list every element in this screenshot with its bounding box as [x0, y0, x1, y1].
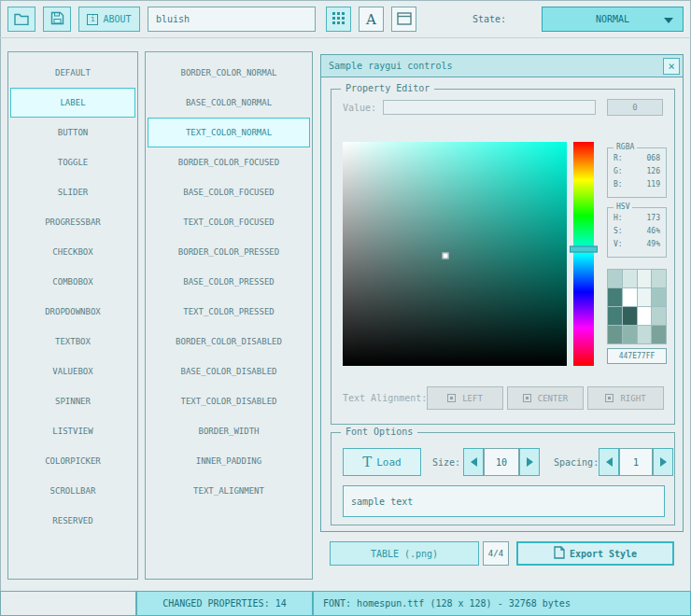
size-increment-button[interactable]: [519, 448, 540, 476]
export-table-button[interactable]: TABLE (.png): [330, 541, 479, 566]
spacing-increment-button[interactable]: [653, 448, 673, 476]
properties-list-item[interactable]: BORDER_COLOR_PRESSED: [148, 237, 310, 267]
controls-list-item[interactable]: SPINNER: [10, 386, 135, 416]
color-swatch[interactable]: [652, 270, 666, 287]
color-swatch[interactable]: [638, 288, 652, 306]
hue-slider[interactable]: [573, 142, 594, 366]
color-swatch[interactable]: [638, 307, 652, 325]
h-label: H:: [613, 212, 623, 225]
properties-list-item[interactable]: TEXT_ALIGNMENT: [148, 476, 310, 506]
font-load-icon: T: [362, 454, 372, 470]
window-mode-button[interactable]: [391, 7, 416, 32]
hue-slider-handle[interactable]: [570, 246, 598, 253]
color-swatch[interactable]: [623, 326, 637, 343]
font-atlas-button[interactable]: A: [359, 7, 384, 32]
color-swatch[interactable]: [652, 288, 666, 306]
color-picker-area[interactable]: [343, 142, 567, 366]
value-slider[interactable]: [383, 100, 596, 115]
color-swatch[interactable]: [623, 270, 637, 287]
font-load-button[interactable]: T Load: [343, 448, 421, 476]
properties-list-item[interactable]: BORDER_COLOR_FOCUSED: [148, 147, 310, 177]
controls-list-item[interactable]: TOGGLE: [10, 147, 135, 177]
controls-list-item[interactable]: PROGRESSBAR: [10, 207, 135, 237]
controls-list-item[interactable]: DROPDOWNBOX: [10, 297, 135, 327]
hsv-row: V: 49%: [608, 238, 666, 251]
color-swatch[interactable]: [623, 307, 637, 325]
open-style-button[interactable]: [7, 7, 35, 32]
align-left-button[interactable]: LEFT: [427, 386, 503, 410]
r-value: 068: [647, 152, 660, 165]
color-swatch[interactable]: [623, 288, 637, 306]
arrow-left-icon: [471, 457, 477, 467]
sample-text-box[interactable]: sample text: [343, 485, 665, 517]
properties-list-item[interactable]: TEXT_COLOR_DISABLED: [148, 386, 310, 416]
about-button[interactable]: i ABOUT: [78, 7, 140, 32]
close-icon[interactable]: ×: [663, 58, 680, 75]
align-left-label: LEFT: [462, 394, 483, 403]
color-swatch[interactable]: [608, 326, 622, 343]
sample-window-titlebar[interactable]: Sample raygui controls ×: [321, 55, 683, 77]
properties-list-item-selected[interactable]: TEXT_COLOR_NORMAL: [148, 118, 310, 147]
controls-list-item[interactable]: SCROLLBAR: [10, 476, 135, 506]
controls-list-item[interactable]: TEXTBOX: [10, 327, 135, 357]
controls-list-item[interactable]: COLORPICKER: [10, 446, 135, 476]
properties-list-item[interactable]: TEXT_COLOR_FOCUSED: [148, 207, 310, 237]
style-name-input[interactable]: [148, 7, 316, 32]
color-swatch[interactable]: [608, 307, 622, 325]
color-swatch[interactable]: [638, 326, 652, 343]
controls-list-item[interactable]: CHECKBOX: [10, 237, 135, 267]
export-style-button[interactable]: Export Style: [516, 541, 674, 566]
statusbar-left: [0, 591, 136, 616]
controls-list-item[interactable]: VALUEBOX: [10, 357, 135, 386]
controls-list-item[interactable]: DEFAULT: [10, 58, 135, 88]
chevron-down-icon: [664, 18, 673, 23]
save-icon: [50, 11, 64, 27]
color-picker-cursor[interactable]: [443, 253, 449, 259]
text-alignment-label: Text Alignment:: [343, 393, 427, 403]
spacing-decrement-button[interactable]: [599, 448, 619, 476]
font-load-label: Load: [376, 456, 402, 469]
grid-icon: [331, 11, 346, 27]
properties-list-item[interactable]: BASE_COLOR_NORMAL: [148, 88, 310, 118]
controls-list-item[interactable]: BUTTON: [10, 118, 135, 147]
align-center-label: CENTER: [538, 394, 569, 403]
controls-list: DEFAULT LABEL BUTTON TOGGLE SLIDER PROGR…: [7, 51, 138, 580]
properties-list-item[interactable]: BASE_COLOR_FOCUSED: [148, 177, 310, 207]
align-center-icon: [523, 394, 531, 402]
value-box[interactable]: 0: [607, 99, 663, 116]
controls-list-item-selected[interactable]: LABEL: [10, 88, 135, 118]
align-center-button[interactable]: CENTER: [507, 386, 584, 410]
controls-list-item[interactable]: SLIDER: [10, 177, 135, 207]
palette-grid-button[interactable]: [326, 7, 351, 32]
properties-list-item[interactable]: BORDER_COLOR_DISABLED: [148, 327, 310, 357]
align-right-button[interactable]: RIGHT: [587, 386, 664, 410]
properties-list-item[interactable]: BASE_COLOR_PRESSED: [148, 267, 310, 297]
hsv-row: H: 173: [608, 212, 666, 225]
state-dropdown[interactable]: NORMAL: [542, 7, 684, 32]
size-value-box[interactable]: 10: [484, 448, 519, 476]
size-decrement-button[interactable]: [463, 448, 484, 476]
color-swatch[interactable]: [608, 270, 622, 287]
properties-list-item[interactable]: BORDER_COLOR_NORMAL: [148, 58, 310, 88]
properties-list-item[interactable]: TEXT_COLOR_PRESSED: [148, 297, 310, 327]
hex-value-box[interactable]: 447E77FF: [607, 348, 667, 364]
spacing-value-box[interactable]: 1: [619, 448, 653, 476]
save-style-button[interactable]: [43, 7, 71, 32]
style-color-swatches: [607, 269, 667, 344]
controls-list-item[interactable]: LISTVIEW: [10, 416, 135, 446]
color-swatch[interactable]: [652, 307, 666, 325]
b-value: 119: [647, 178, 660, 191]
align-right-icon: [605, 394, 613, 402]
controls-list-item[interactable]: RESERVED: [10, 506, 135, 536]
controls-list-item[interactable]: COMBOBOX: [10, 267, 135, 297]
arrow-left-icon: [606, 457, 613, 467]
table-pages-box[interactable]: 4/4: [483, 541, 509, 566]
color-swatch[interactable]: [608, 288, 622, 306]
color-swatch[interactable]: [652, 326, 666, 343]
color-swatch[interactable]: [638, 270, 652, 287]
value-label: Value:: [343, 103, 376, 113]
properties-list-item[interactable]: BORDER_WIDTH: [148, 416, 310, 446]
properties-list-item[interactable]: INNER_PADDING: [148, 446, 310, 476]
properties-list-item[interactable]: BASE_COLOR_DISABLED: [148, 357, 310, 386]
property-editor-group: Property Editor Value: 0 RGBA R: 068 G: …: [331, 89, 675, 425]
